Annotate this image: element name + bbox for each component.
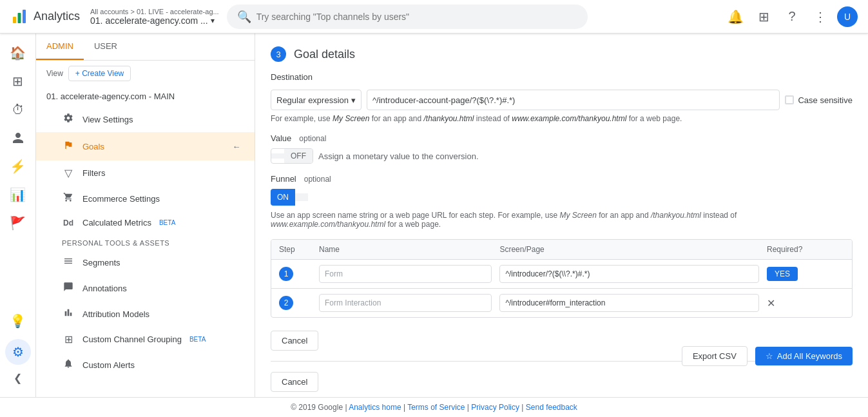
col-screen-header: Screen/Page xyxy=(499,245,759,254)
match-type-select[interactable]: Regular expression ▾ xyxy=(271,90,362,110)
filters-icon: ▽ xyxy=(62,167,75,179)
add-keywords-button[interactable]: ☆ Add All Keywords xyxy=(755,347,853,365)
notifications-button[interactable]: 🔔 xyxy=(724,5,747,28)
destination-row: Regular expression ▾ Case sensitive xyxy=(271,90,853,110)
step-2-remove-button[interactable]: ✕ xyxy=(767,297,775,309)
step-2-required-cell: ✕ xyxy=(767,297,844,309)
star-icon: ☆ xyxy=(766,351,773,361)
admin-list: View + Create View 01. accelerate-agency… xyxy=(36,61,255,397)
help-button[interactable]: ? xyxy=(780,5,804,28)
right-bottom-buttons: Export CSV ☆ Add All Keywords xyxy=(682,346,853,366)
apps-button[interactable]: ⊞ xyxy=(752,5,775,28)
calculated-metrics-beta-badge: BETA xyxy=(159,219,175,226)
avatar[interactable]: U xyxy=(837,6,858,27)
create-view-button[interactable]: + Create View xyxy=(68,66,131,81)
cancel-button[interactable]: Cancel xyxy=(271,331,318,351)
back-arrow-icon[interactable]: ← xyxy=(229,139,244,154)
toggle-on-label: ON xyxy=(271,189,295,206)
admin-nav-annotations[interactable]: Annotations xyxy=(36,275,255,301)
case-sensitive-checkbox[interactable] xyxy=(785,95,794,104)
admin-nav-custom-channel[interactable]: ⊞ Custom Channel Grouping BETA xyxy=(36,327,255,352)
admin-nav-custom-alerts-label: Custom Alerts xyxy=(82,360,135,370)
sidebar-item-dashboard[interactable]: ⊞ xyxy=(5,68,31,94)
svg-rect-0 xyxy=(13,17,16,23)
match-value-input[interactable] xyxy=(367,90,780,110)
value-toggle[interactable]: OFF xyxy=(271,148,313,164)
step-2-name-input[interactable] xyxy=(319,294,492,312)
main-container: 🏠 ⊞ ⏱ ⚡ 📊 🚩 💡 ⚙ ❮ ADMIN USER View + Crea… xyxy=(0,34,868,397)
admin-nav-goals[interactable]: Goals ← xyxy=(36,132,255,160)
step-1-name-input[interactable] xyxy=(319,265,492,283)
collapse-nav-button[interactable]: ❮ xyxy=(9,369,27,387)
sidebar-item-discovery[interactable]: 💡 xyxy=(5,308,31,334)
privacy-policy-link[interactable]: Privacy Policy xyxy=(471,403,519,412)
funnel-section: Funnel optional ON Use an app screen nam… xyxy=(271,174,853,318)
cancel-button-2[interactable]: Cancel xyxy=(271,372,318,392)
annotations-icon xyxy=(62,282,75,295)
toggle-off-label: OFF xyxy=(284,149,313,163)
funnel-table: Step Name Screen/Page Required? 1 xyxy=(271,239,853,318)
destination-section: Destination Regular expression ▾ Case se… xyxy=(271,72,853,123)
analytics-logo-icon xyxy=(10,8,28,26)
step-1-required-cell: YES xyxy=(767,267,844,281)
assign-monetary-label: Assign a monetary value to the conversio… xyxy=(318,151,479,161)
admin-nav-view-settings[interactable]: View Settings xyxy=(36,106,255,132)
sidebar-item-behavior[interactable]: 📊 xyxy=(5,182,31,208)
step-badge: 3 xyxy=(271,46,286,62)
more-options-button[interactable]: ⋮ xyxy=(809,5,832,28)
custom-channel-beta-badge: BETA xyxy=(189,336,206,343)
step-1-screen-input[interactable] xyxy=(499,265,759,283)
admin-nav-attribution[interactable]: Attribution Models xyxy=(36,301,255,327)
admin-nav-segments[interactable]: Segments xyxy=(36,249,255,275)
search-input[interactable] xyxy=(256,12,577,22)
admin-nav-goals-label: Goals xyxy=(82,142,104,151)
funnel-optional-tag: optional xyxy=(304,175,331,184)
funnel-toggle[interactable]: ON xyxy=(271,189,853,206)
sidebar-item-audience[interactable] xyxy=(5,125,31,151)
copyright: © 2019 Google xyxy=(291,403,343,412)
tab-user[interactable]: USER xyxy=(84,34,128,60)
step-1-required-button[interactable]: YES xyxy=(767,267,798,281)
send-feedback-link[interactable]: Send feedback xyxy=(526,403,577,412)
goals-icon xyxy=(62,140,75,153)
step-2-screen-input[interactable] xyxy=(499,294,759,312)
sidebar-item-conversions[interactable]: 🚩 xyxy=(5,210,31,236)
step-2-screen-cell xyxy=(499,294,759,312)
header: Analytics All accounts > 01. LIVE - acce… xyxy=(0,0,868,34)
personal-tools-label: PERSONAL TOOLS & ASSETS xyxy=(36,234,255,249)
sidebar-item-realtime[interactable]: ⏱ xyxy=(5,97,31,122)
terms-service-link[interactable]: Terms of Service xyxy=(407,403,465,412)
view-header: View + Create View xyxy=(36,61,255,86)
custom-alerts-icon xyxy=(62,358,75,371)
funnel-table-header: Step Name Screen/Page Required? xyxy=(271,240,852,260)
settings-icon xyxy=(62,113,75,126)
attribution-icon xyxy=(62,307,75,320)
value-optional-tag: optional xyxy=(299,134,326,143)
dropdown-icon: ▾ xyxy=(211,16,215,25)
admin-nav-ecommerce[interactable]: Ecommerce Settings xyxy=(36,186,255,211)
sidebar-item-acquisition[interactable]: ⚡ xyxy=(5,153,31,179)
destination-label: Destination xyxy=(271,72,853,82)
admin-nav-segments-label: Segments xyxy=(82,258,121,267)
admin-nav-custom-alerts[interactable]: Custom Alerts xyxy=(36,352,255,378)
admin-nav-filters[interactable]: ▽ Filters xyxy=(36,160,255,186)
step-2-name-cell xyxy=(319,294,492,312)
export-csv-button[interactable]: Export CSV xyxy=(682,346,747,366)
admin-nav-calculated-metrics[interactable]: Dd Calculated Metrics BETA xyxy=(36,211,255,234)
col-name-header: Name xyxy=(319,245,492,254)
search-box[interactable]: 🔍 xyxy=(227,5,588,29)
sidebar-item-home[interactable]: 🏠 xyxy=(5,40,31,66)
account-current[interactable]: 01. accelerate-agency.com ... ▾ xyxy=(90,15,219,26)
analytics-home-link[interactable]: Analytics home xyxy=(349,403,401,412)
step-1-screen-cell xyxy=(499,265,759,283)
destination-hint: For example, use My Screen for an app an… xyxy=(271,114,853,123)
admin-nav-ecommerce-label: Ecommerce Settings xyxy=(82,194,160,204)
table-row: 2 ✕ xyxy=(271,289,852,317)
value-toggle-row: OFF Assign a monetary value to the conve… xyxy=(271,148,853,164)
account-selector[interactable]: All accounts > 01. LIVE - accelerate-ag.… xyxy=(90,8,219,26)
sidebar-item-admin[interactable]: ⚙ xyxy=(5,339,31,365)
left-nav-bottom: 💡 ⚙ ❮ xyxy=(5,307,31,397)
tab-admin[interactable]: ADMIN xyxy=(36,34,84,60)
current-view-label: 01. accelerate-agency.com - MAIN xyxy=(36,86,255,106)
header-right: 🔔 ⊞ ? ⋮ U xyxy=(724,5,858,28)
